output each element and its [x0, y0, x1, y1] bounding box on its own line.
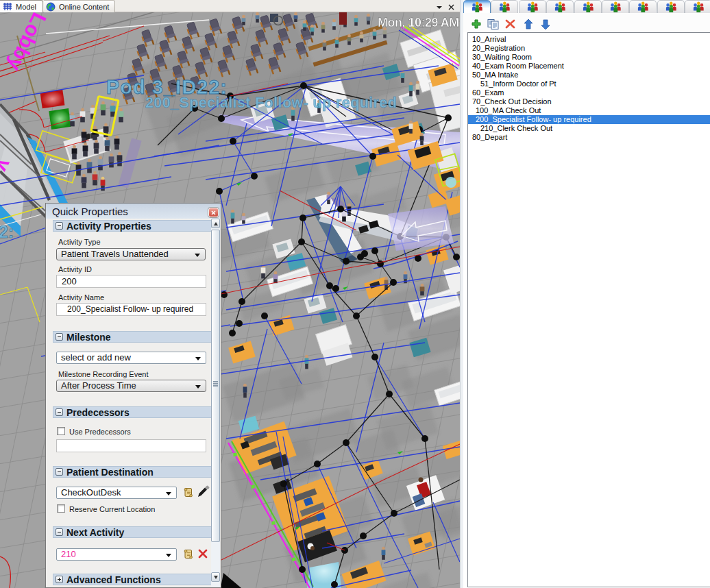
svg-text:Mon, 10:29 AM: Mon, 10:29 AM — [378, 16, 459, 29]
svg-text:200_Specialist Follow- up requ: 200_Specialist Follow- up required — [145, 95, 397, 111]
svg-text:2:: 2: — [0, 222, 14, 241]
